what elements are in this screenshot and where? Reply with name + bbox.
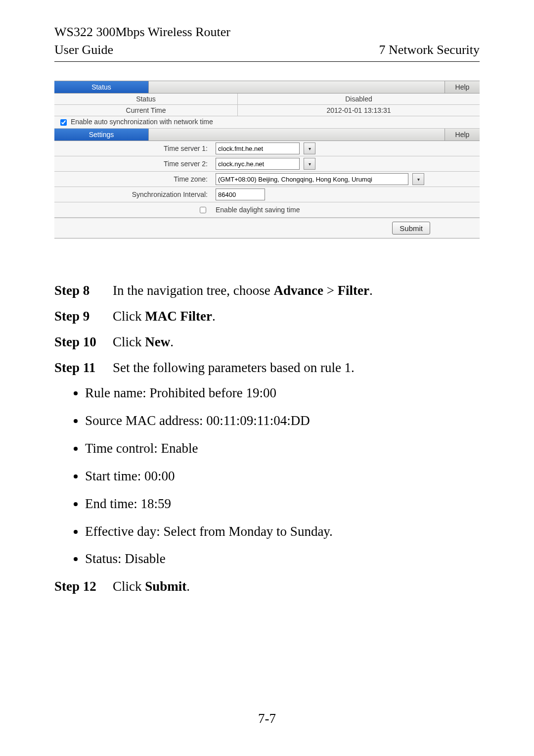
bullet-rule-name: Rule name: Prohibited before 19:00	[85, 383, 480, 404]
step-12-number: Step 12	[54, 576, 113, 597]
bullet-time-control: Time control: Enable	[85, 438, 480, 459]
status-title-bar: Status Help	[54, 81, 480, 94]
step-12-body: Click Submit.	[113, 576, 480, 597]
sync-interval-input[interactable]	[216, 189, 265, 200]
step-11-number: Step 11	[54, 358, 113, 378]
header-left: User Guide	[54, 43, 113, 57]
bullet-status: Status: Disable	[85, 549, 480, 569]
help-button-status[interactable]: Help	[445, 81, 480, 93]
step-11-body: Set the following parameters based on ru…	[113, 358, 480, 378]
enable-sync-row: Enable auto synchronization with network…	[54, 116, 480, 129]
time-server-1-input[interactable]	[216, 142, 300, 154]
time-server-2-label: Time server 2:	[54, 160, 213, 168]
current-time-label: Current Time	[54, 105, 238, 116]
dst-label: Enable daylight saving time	[216, 206, 300, 214]
page-number: 7-7	[0, 711, 534, 726]
submit-button[interactable]: Submit	[392, 222, 430, 235]
time-zone-label: Time zone:	[54, 175, 213, 183]
time-zone-dropdown[interactable]: ▾	[412, 173, 424, 185]
step-9-number: Step 9	[54, 306, 113, 327]
step-8-body: In the navigation tree, choose Advance >…	[113, 281, 480, 301]
status-value: Disabled	[238, 94, 480, 104]
enable-sync-checkbox[interactable]	[60, 119, 67, 126]
enable-sync-label: Enable auto synchronization with network…	[71, 118, 213, 126]
time-server-1-label: Time server 1:	[54, 144, 213, 152]
time-server-1-dropdown[interactable]: ▾	[304, 142, 315, 154]
status-tab[interactable]: Status	[54, 81, 149, 93]
time-server-2-dropdown[interactable]: ▾	[304, 158, 315, 170]
bullet-end-time: End time: 18:59	[85, 494, 480, 515]
settings-tab[interactable]: Settings	[54, 129, 149, 141]
bullet-start-time: Start time: 00:00	[85, 466, 480, 487]
step-8-number: Step 8	[54, 281, 113, 301]
step-11-bullets: Rule name: Prohibited before 19:00 Sourc…	[54, 383, 480, 569]
step-9-body: Click MAC Filter.	[113, 306, 480, 327]
product-title: WS322 300Mbps Wireless Router	[54, 25, 480, 40]
step-10-number: Step 10	[54, 332, 113, 353]
time-zone-input[interactable]	[216, 173, 408, 185]
router-config-panel: Status Help Status Disabled Current Time…	[54, 81, 480, 238]
status-label: Status	[54, 94, 238, 104]
bullet-effective-day: Effective day: Select from Monday to Sun…	[85, 521, 480, 542]
settings-title-bar: Settings Help	[54, 129, 480, 141]
step-10-body: Click New.	[113, 332, 480, 353]
instruction-steps: Step 8 In the navigation tree, choose Ad…	[54, 281, 480, 597]
header-rule	[54, 61, 480, 62]
dst-checkbox[interactable]	[200, 207, 206, 213]
help-button-settings[interactable]: Help	[445, 129, 480, 141]
current-time-value: 2012-01-01 13:13:31	[238, 105, 480, 116]
sync-interval-label: Synchronization Interval:	[54, 190, 213, 198]
bullet-source-mac: Source MAC address: 00:11:09:11:04:DD	[85, 411, 480, 431]
header-right: 7 Network Security	[379, 43, 480, 57]
time-server-2-input[interactable]	[216, 158, 300, 170]
